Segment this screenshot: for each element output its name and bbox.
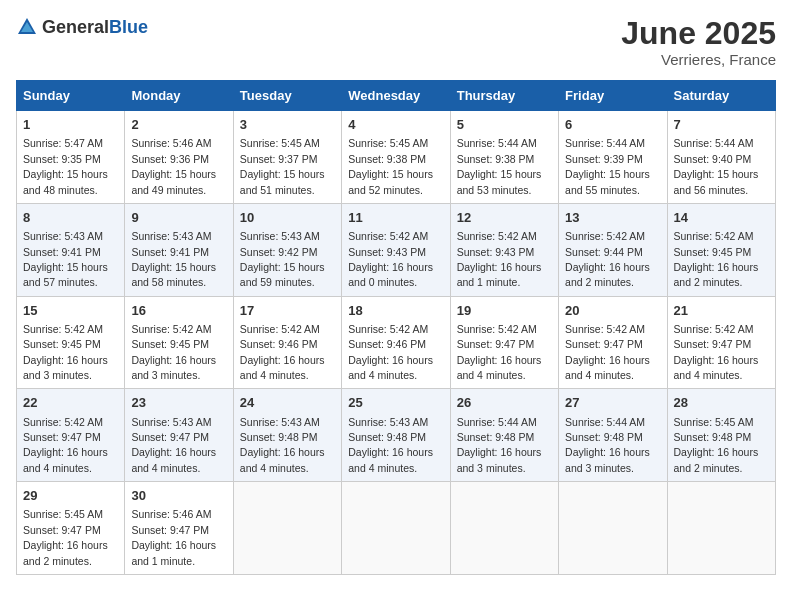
header-sunday: Sunday <box>17 81 125 111</box>
header-wednesday: Wednesday <box>342 81 450 111</box>
day-3: 3 Sunrise: 5:45 AMSunset: 9:37 PMDayligh… <box>233 111 341 204</box>
day-18: 18 Sunrise: 5:42 AMSunset: 9:46 PMDaylig… <box>342 296 450 389</box>
day-1: 1 Sunrise: 5:47 AMSunset: 9:35 PMDayligh… <box>17 111 125 204</box>
day-27: 27 Sunrise: 5:44 AMSunset: 9:48 PMDaylig… <box>559 389 667 482</box>
day-5: 5 Sunrise: 5:44 AMSunset: 9:38 PMDayligh… <box>450 111 558 204</box>
header-monday: Monday <box>125 81 233 111</box>
header-friday: Friday <box>559 81 667 111</box>
day-21: 21 Sunrise: 5:42 AMSunset: 9:47 PMDaylig… <box>667 296 775 389</box>
day-23: 23 Sunrise: 5:43 AMSunset: 9:47 PMDaylig… <box>125 389 233 482</box>
day-19: 19 Sunrise: 5:42 AMSunset: 9:47 PMDaylig… <box>450 296 558 389</box>
day-30: 30 Sunrise: 5:46 AMSunset: 9:47 PMDaylig… <box>125 482 233 575</box>
location-title: Verrieres, France <box>621 51 776 68</box>
day-15: 15 Sunrise: 5:42 AMSunset: 9:45 PMDaylig… <box>17 296 125 389</box>
logo-icon <box>16 16 38 38</box>
day-7: 7 Sunrise: 5:44 AMSunset: 9:40 PMDayligh… <box>667 111 775 204</box>
day-2: 2 Sunrise: 5:46 AMSunset: 9:36 PMDayligh… <box>125 111 233 204</box>
week-row-5: 29 Sunrise: 5:45 AMSunset: 9:47 PMDaylig… <box>17 482 776 575</box>
day-9: 9 Sunrise: 5:43 AMSunset: 9:41 PMDayligh… <box>125 203 233 296</box>
week-row-4: 22 Sunrise: 5:42 AMSunset: 9:47 PMDaylig… <box>17 389 776 482</box>
day-12: 12 Sunrise: 5:42 AMSunset: 9:43 PMDaylig… <box>450 203 558 296</box>
week-row-2: 8 Sunrise: 5:43 AMSunset: 9:41 PMDayligh… <box>17 203 776 296</box>
logo-text-blue: Blue <box>109 17 148 37</box>
month-title: June 2025 <box>621 16 776 51</box>
day-14: 14 Sunrise: 5:42 AMSunset: 9:45 PMDaylig… <box>667 203 775 296</box>
day-13: 13 Sunrise: 5:42 AMSunset: 9:44 PMDaylig… <box>559 203 667 296</box>
day-25: 25 Sunrise: 5:43 AMSunset: 9:48 PMDaylig… <box>342 389 450 482</box>
day-8: 8 Sunrise: 5:43 AMSunset: 9:41 PMDayligh… <box>17 203 125 296</box>
day-6: 6 Sunrise: 5:44 AMSunset: 9:39 PMDayligh… <box>559 111 667 204</box>
empty-cell-5 <box>667 482 775 575</box>
header-row: Sunday Monday Tuesday Wednesday Thursday… <box>17 81 776 111</box>
day-22: 22 Sunrise: 5:42 AMSunset: 9:47 PMDaylig… <box>17 389 125 482</box>
day-17: 17 Sunrise: 5:42 AMSunset: 9:46 PMDaylig… <box>233 296 341 389</box>
logo-text-general: General <box>42 17 109 37</box>
empty-cell-2 <box>342 482 450 575</box>
day-28: 28 Sunrise: 5:45 AMSunset: 9:48 PMDaylig… <box>667 389 775 482</box>
page-header: GeneralBlue June 2025 Verrieres, France <box>16 16 776 68</box>
day-10: 10 Sunrise: 5:43 AMSunset: 9:42 PMDaylig… <box>233 203 341 296</box>
day-24: 24 Sunrise: 5:43 AMSunset: 9:48 PMDaylig… <box>233 389 341 482</box>
day-26: 26 Sunrise: 5:44 AMSunset: 9:48 PMDaylig… <box>450 389 558 482</box>
day-29: 29 Sunrise: 5:45 AMSunset: 9:47 PMDaylig… <box>17 482 125 575</box>
week-row-1: 1 Sunrise: 5:47 AMSunset: 9:35 PMDayligh… <box>17 111 776 204</box>
day-16: 16 Sunrise: 5:42 AMSunset: 9:45 PMDaylig… <box>125 296 233 389</box>
header-saturday: Saturday <box>667 81 775 111</box>
empty-cell-1 <box>233 482 341 575</box>
logo: GeneralBlue <box>16 16 148 38</box>
day-11: 11 Sunrise: 5:42 AMSunset: 9:43 PMDaylig… <box>342 203 450 296</box>
day-20: 20 Sunrise: 5:42 AMSunset: 9:47 PMDaylig… <box>559 296 667 389</box>
calendar-table: Sunday Monday Tuesday Wednesday Thursday… <box>16 80 776 575</box>
empty-cell-4 <box>559 482 667 575</box>
title-section: June 2025 Verrieres, France <box>621 16 776 68</box>
header-tuesday: Tuesday <box>233 81 341 111</box>
empty-cell-3 <box>450 482 558 575</box>
header-thursday: Thursday <box>450 81 558 111</box>
week-row-3: 15 Sunrise: 5:42 AMSunset: 9:45 PMDaylig… <box>17 296 776 389</box>
day-4: 4 Sunrise: 5:45 AMSunset: 9:38 PMDayligh… <box>342 111 450 204</box>
